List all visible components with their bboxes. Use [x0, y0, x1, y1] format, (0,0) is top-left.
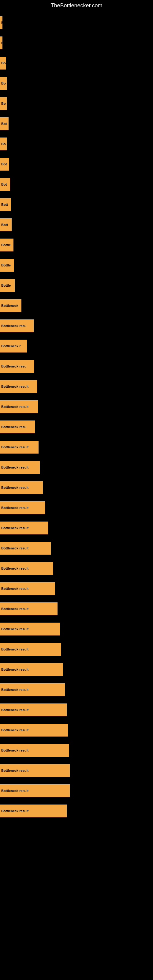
bar: Bottleneck result: [0, 542, 51, 555]
bar-row: Bot: [0, 114, 153, 133]
bar-label: B: [1, 21, 2, 24]
bar: Bottleneck resu: [0, 320, 33, 332]
bar-label: Bottleneck resu: [1, 364, 27, 368]
bar-label: Bot: [1, 162, 7, 166]
bar-label: Bottleneck result: [1, 385, 29, 388]
bar-label: Bottleneck r: [1, 344, 21, 348]
bar-row: Bottleneck result: [0, 781, 153, 800]
bar-row: Bottleneck result: [0, 539, 153, 558]
bar-row: Bottleneck result: [0, 498, 153, 517]
bar: Bottleneck result: [0, 441, 38, 453]
bar-label: Bottleneck result: [1, 607, 29, 611]
bar-label: Bottleneck result: [1, 445, 29, 449]
bar-label: Bottleneck resu: [1, 425, 27, 429]
bar-row: Bottleneck result: [0, 680, 153, 699]
bar: Bottleneck result: [0, 602, 57, 615]
bar: Bot: [0, 117, 9, 130]
bar-label: Bottleneck result: [1, 708, 29, 712]
bar-row: Bottleneck result: [0, 721, 153, 740]
bar-row: Bottleneck: [0, 296, 153, 315]
bar-label: Bottleneck result: [1, 748, 29, 752]
bar-row: Bo: [0, 134, 153, 153]
bar-row: Bot: [0, 155, 153, 173]
bar-row: Bottleneck result: [0, 519, 153, 538]
bar: Bot: [0, 158, 9, 170]
bar: Bottleneck: [0, 299, 21, 312]
bar-label: Bottle: [1, 263, 11, 267]
bar-row: Bottleneck result: [0, 660, 153, 679]
bar-row: Bottleneck result: [0, 478, 153, 497]
bar: Bott: [0, 218, 12, 231]
bar-row: Bottleneck result: [0, 620, 153, 638]
bar-label: Bottleneck result: [1, 466, 29, 469]
bar-label: Bottleneck result: [1, 688, 29, 692]
bar-row: Bottleneck result: [0, 741, 153, 760]
bar: Bottleneck result: [0, 724, 68, 737]
bar: Bott: [0, 198, 11, 211]
bar-row: Bottle: [0, 256, 153, 275]
bar-label: Bottleneck result: [1, 587, 29, 590]
bar-label: Bottleneck resu: [1, 324, 27, 328]
bar-label: Bottleneck result: [1, 506, 29, 510]
bar: B: [0, 16, 2, 29]
bar-label: Bot: [1, 122, 7, 126]
bar-label: Bott: [1, 203, 8, 207]
bar: Bottleneck result: [0, 461, 40, 474]
bars-container: BBBoBoBoBotBoBotBotBottBottBottleBottleB…: [0, 10, 153, 825]
bar-row: Bo: [0, 54, 153, 73]
bar-row: Bottleneck result: [0, 761, 153, 780]
bar: Bottle: [0, 239, 13, 251]
bar: Bottleneck result: [0, 623, 60, 635]
bar-label: Bottleneck result: [1, 526, 29, 530]
bar-label: Bottle: [1, 243, 11, 247]
bar-row: Bott: [0, 195, 153, 214]
bar-row: B: [0, 13, 153, 32]
bar: Bottleneck r: [0, 340, 27, 353]
bar: Bo: [0, 57, 6, 70]
bar-row: Bottleneck resu: [0, 417, 153, 436]
bar-row: Bott: [0, 215, 153, 234]
bar-label: Bottleneck result: [1, 648, 29, 651]
bar-row: Bo: [0, 94, 153, 113]
bar-label: Bott: [1, 223, 8, 227]
bar-row: Bottle: [0, 235, 153, 255]
bar-label: Bottleneck result: [1, 728, 29, 732]
bar-row: Bottleneck result: [0, 438, 153, 457]
bar-label: Bottleneck result: [1, 627, 29, 631]
bar: Bottleneck resu: [0, 420, 35, 433]
bar-row: Bot: [0, 175, 153, 194]
bar-label: B: [1, 41, 2, 45]
bar-label: Bottleneck: [1, 304, 18, 307]
bar-row: Bottleneck result: [0, 802, 153, 821]
bar: Bo: [0, 137, 7, 150]
bar: B: [0, 37, 2, 49]
bar-row: Bottleneck resu: [0, 317, 153, 335]
bar-row: Bottleneck result: [0, 599, 153, 618]
bar-label: Bottleneck result: [1, 769, 29, 772]
bar-row: Bottleneck result: [0, 397, 153, 416]
bar: Bottleneck result: [0, 380, 37, 393]
bar-row: Bottleneck result: [0, 458, 153, 477]
bar: Bo: [0, 97, 7, 110]
bar: Bottleneck result: [0, 481, 43, 494]
bar-row: Bottleneck resu: [0, 357, 153, 376]
bar: Bottle: [0, 279, 15, 292]
bar-label: Bo: [1, 61, 6, 65]
bar-row: Bottle: [0, 276, 153, 295]
bar: Bottleneck result: [0, 663, 63, 676]
bar-row: Bottleneck result: [0, 377, 153, 396]
bar-label: Bottleneck result: [1, 668, 29, 671]
bar: Bottleneck result: [0, 582, 55, 595]
bar: Bottleneck result: [0, 703, 67, 716]
bar-row: Bottleneck result: [0, 579, 153, 598]
bar: Bottleneck result: [0, 643, 61, 656]
bar: Bottleneck result: [0, 522, 48, 535]
site-title: TheBottlenecker.com: [0, 0, 153, 10]
bar-label: Bottle: [1, 283, 11, 287]
bar-label: Bottleneck result: [1, 809, 29, 813]
bar-row: Bo: [0, 74, 153, 93]
bar: Bot: [0, 178, 10, 191]
bar-label: Bottleneck result: [1, 405, 29, 409]
bar: Bottle: [0, 259, 14, 272]
bar: Bottleneck result: [0, 784, 70, 797]
